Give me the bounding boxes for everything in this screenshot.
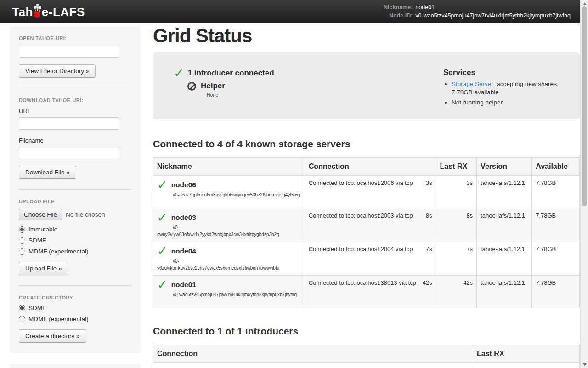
- main-content: Grid Status ✓ 1 introducer connected Hel…: [153, 23, 580, 368]
- upload-file-label: UPLOAD FILE: [19, 199, 131, 204]
- service-storage-item: Storage Server: accepting new shares, 7.…: [452, 80, 580, 97]
- download-filename-input[interactable]: [19, 147, 119, 159]
- server-available: 7.78GB: [532, 242, 580, 276]
- server-connected-check-icon: ✓: [157, 212, 168, 223]
- introducers-heading: Connected to 1 of 1 introducers: [153, 326, 580, 337]
- server-nickname: node06: [171, 181, 196, 189]
- helper-none-icon: [187, 82, 196, 91]
- introducer-connected-text: 1 introducer connected: [188, 69, 274, 78]
- col-connection: Connection: [153, 345, 473, 363]
- upload-format-sdmf[interactable]: SDMF: [19, 237, 131, 244]
- col-last-rx: Last RX: [436, 158, 477, 176]
- introducer-connected-check-icon: ✓: [174, 68, 184, 79]
- helper-value: None: [207, 92, 443, 98]
- table-row: ✓node06 v0-acaz7qptmeo6m3asjlgkb6iwlyuqe…: [153, 176, 580, 208]
- tools-panel: TOOLS Recent and Active Operations: [10, 364, 141, 368]
- download-uri-label: DOWNLOAD TAHOE-URI:: [19, 98, 131, 103]
- sdmf-radio[interactable]: [19, 237, 25, 244]
- server-peerid: v0-swny2viyw63ofxwi4x2yykd2woqjbpx3cw34x…: [157, 224, 301, 238]
- nickname-label: Nickname:: [384, 4, 413, 11]
- server-version: tahoe-lafs/1.12.1: [477, 176, 532, 208]
- create-directory-button[interactable]: Create a directory »: [19, 329, 86, 343]
- server-available: 7.78GB: [532, 176, 580, 208]
- node-id-value: v0-wao5tzv45pmoju47jow7rvl4ukirjm5ytbh2k…: [415, 12, 571, 19]
- server-connection-age: 42s: [423, 279, 432, 286]
- col-connection: Connection: [305, 158, 436, 176]
- server-connected-check-icon: ✓: [157, 246, 168, 257]
- server-version: tahoe-lafs/1.12.1: [477, 208, 532, 242]
- mdmf-radio[interactable]: [19, 248, 25, 255]
- mkdir-mdmf-radio[interactable]: [19, 316, 25, 322]
- server-nickname: node04: [171, 247, 196, 255]
- server-peerid: v0-wao5tzv45pmoju47jow7rvl4ukirjm5ytbh2k…: [157, 291, 301, 298]
- server-version: tahoe-lafs/1.12.1: [477, 242, 532, 276]
- upload-format-immutable[interactable]: Immutable: [19, 226, 131, 233]
- view-file-button[interactable]: View File or Directory »: [19, 64, 96, 78]
- mkdir-sdmf-radio[interactable]: [19, 305, 25, 311]
- server-peerid: v0-acaz7qptmeo6m3asjlgkb6iwlyuqey53hz26t…: [157, 191, 301, 198]
- open-uri-label: OPEN TAHOE-URI:: [19, 35, 131, 41]
- server-connection: Connected to tcp:localhost:2003 via tcp: [309, 212, 413, 219]
- col-available: Available: [532, 158, 580, 176]
- services-panel: Services Storage Server: accepting new s…: [443, 68, 580, 119]
- vertical-scrollbar[interactable]: [580, 0, 588, 368]
- server-available: 7.78GB: [532, 276, 580, 308]
- logo-text-post: e-LAFS: [42, 5, 85, 19]
- uri-field-label: URI: [19, 108, 131, 115]
- sidebar: OPEN TAHOE-URI: View File or Directory »…: [10, 26, 141, 368]
- col-version: Version: [477, 158, 532, 176]
- table-row: ✓ Connected to tcp:localhost:39165 via t…: [153, 363, 580, 368]
- server-available: 7.78GB: [532, 208, 580, 242]
- scrollbar-thumb[interactable]: [582, 6, 587, 206]
- server-connected-check-icon: ✓: [157, 279, 168, 290]
- logo-text-pre: Tah: [12, 5, 33, 19]
- create-directory-section: CREATE DIRECTORY SDMF MDMF (experimental…: [19, 285, 131, 353]
- tahoe-lafs-logo[interactable]: Tah e-LAFS: [12, 4, 85, 19]
- server-connection-age: 8s: [426, 212, 432, 219]
- table-row: ✓node01 v0-wao5tzv45pmoju47jow7rvl4ukirj…: [153, 276, 580, 308]
- server-version: tahoe-lafs/1.12.1: [477, 276, 532, 308]
- node-meta: Nickname: node01 Node ID: v0-wao5tzv45pm…: [384, 4, 571, 19]
- upload-file-button[interactable]: Upload File »: [19, 262, 68, 275]
- helper-title: Helper: [201, 81, 225, 91]
- server-connection-age: 7s: [426, 246, 432, 253]
- mkdir-format-mdmf[interactable]: MDMF (experimental): [19, 316, 131, 322]
- col-nickname: Nickname: [153, 158, 305, 176]
- introducer-last-rx: 4s: [473, 363, 580, 368]
- server-last-rx: 3s: [436, 176, 477, 208]
- sidebar-forms-panel: OPEN TAHOE-URI: View File or Directory »…: [10, 26, 141, 353]
- scroll-up-icon[interactable]: [581, 0, 588, 7]
- server-peerid: v0-v6zuyjkbrrkqy2bvc2cny7qwax5sxumedsxfz…: [157, 258, 301, 271]
- service-helper-item: Not running helper: [452, 98, 580, 107]
- download-file-button[interactable]: Download File »: [19, 166, 76, 179]
- storage-servers-heading: Connected to 4 of 4 known storage server…: [153, 138, 580, 150]
- download-uri-input[interactable]: [19, 117, 119, 130]
- header: Tah e-LAFS Nickname: node01 Node ID: v0-…: [0, 0, 588, 23]
- nickname-value: node01: [415, 4, 571, 11]
- filename-field-label: Filename: [19, 137, 131, 144]
- server-connection: Connected to tcp:localhost:2004 via tcp: [309, 246, 413, 253]
- scroll-down-icon[interactable]: [581, 361, 588, 368]
- immutable-radio[interactable]: [19, 226, 25, 233]
- page-title: Grid Status: [153, 25, 580, 47]
- storage-server-link[interactable]: Storage Server: [452, 80, 493, 87]
- open-uri-input[interactable]: [19, 46, 119, 58]
- table-row: ✓node04 v0-v6zuyjkbrrkqy2bvc2cny7qwax5sx…: [153, 242, 580, 276]
- server-connected-check-icon: ✓: [157, 179, 168, 190]
- mkdir-format-sdmf[interactable]: SDMF: [19, 305, 131, 311]
- upload-format-mdmf[interactable]: MDMF (experimental): [19, 248, 131, 255]
- server-nickname: node01: [171, 281, 196, 289]
- file-chosen-status: No file chosen: [66, 211, 105, 218]
- table-row: ✓node03 v0-swny2viyw63ofxwi4x2yykd2woqjb…: [153, 208, 580, 242]
- open-uri-section: OPEN TAHOE-URI: View File or Directory »: [19, 26, 131, 88]
- server-connection: Connected to tcp:localhost:38013 via tcp: [309, 279, 416, 286]
- services-title: Services: [443, 68, 580, 77]
- col-last-rx: Last RX: [473, 345, 580, 363]
- create-directory-label: CREATE DIRECTORY: [19, 295, 131, 300]
- introducers-table: Connection Last RX ✓ Connected to tcp:lo…: [153, 345, 580, 368]
- server-connection-age: 3s: [426, 179, 432, 186]
- server-last-rx: 42s: [436, 276, 477, 308]
- upload-file-section: UPLOAD FILE Choose File No file chosen I…: [19, 189, 131, 285]
- choose-file-button[interactable]: Choose File: [19, 209, 62, 220]
- server-connection: Connected to tcp:localhost:2006 via tcp: [309, 179, 413, 186]
